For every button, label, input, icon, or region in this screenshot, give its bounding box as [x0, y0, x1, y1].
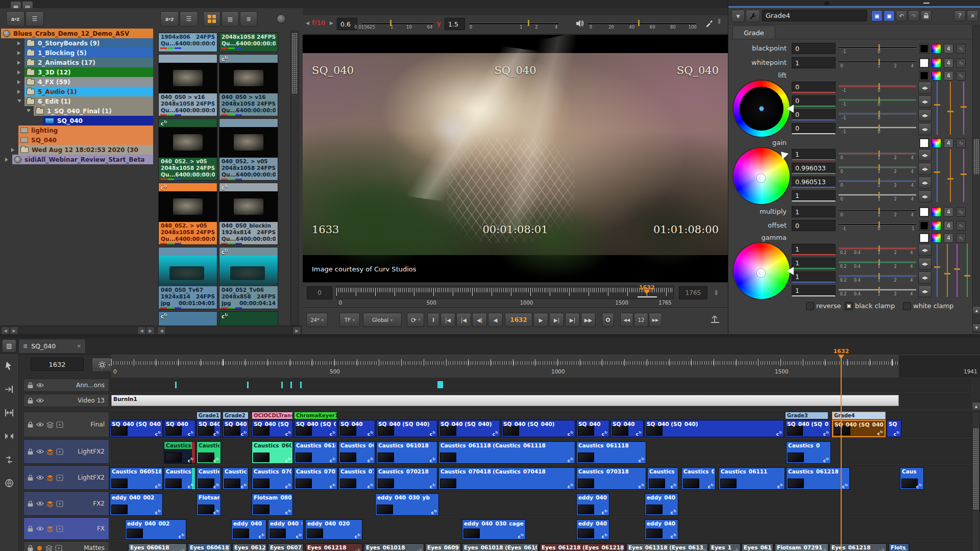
clip-final[interactable]: SQ_(c↻ [887, 420, 901, 437]
timecode-mode-dropdown[interactable]: TF▾ [339, 313, 360, 327]
clip-lightfx[interactable]: Caustics_061118 (Caustics_061118c↻ [438, 441, 575, 464]
clip-lightfx[interactable]: Caustics_070418c↻ [252, 467, 293, 490]
sort-alpha-button[interactable]: a▾z [160, 11, 179, 27]
fstop-prev-icon[interactable]: ◀ [306, 20, 309, 26]
channel-value-field[interactable]: 0 [792, 82, 836, 93]
tree-item[interactable]: 1_Blocking (5) [24, 48, 153, 58]
transport-fwd-button-3[interactable]: ▶▶ [581, 313, 596, 327]
clip-lightfx[interactable]: Caustics_07c↻ [338, 467, 375, 490]
clip-lightfx[interactable]: Caustics_070218c↻ [294, 467, 337, 490]
channel-value-field[interactable]: 0 [792, 123, 836, 134]
list-settings-button[interactable]: ☰ [26, 11, 44, 27]
stack-icon[interactable] [45, 545, 53, 551]
clip-lightfx[interactable]: Caustics_070218c↻ [376, 467, 437, 490]
clip-final[interactable]: SQ_040c↻ [576, 420, 609, 437]
color-swatch[interactable] [919, 207, 929, 217]
tree-caret-icon[interactable] [27, 109, 31, 112]
viewer-frame-ruler[interactable]: 05001000150017651632 [336, 286, 674, 299]
clip-mattes[interactable]: Eyes_0607c↻ [268, 543, 304, 551]
fps-dropdown[interactable]: 24*▾ [306, 313, 328, 327]
node-color-wrench-button[interactable] [746, 10, 760, 22]
mini-slider-handle[interactable] [964, 275, 970, 277]
annotation-tick[interactable] [175, 382, 177, 388]
soft-effect-ChromaKeyer1[interactable]: ChromaKeyer1 [294, 412, 337, 419]
channel-value-field[interactable]: 0.996033 [792, 163, 836, 174]
clip-mattes[interactable]: Eyes_0612c↻ [742, 543, 773, 551]
tree-item[interactable]: 0_StoryBoards (9) [24, 38, 153, 48]
fxbox-icon[interactable] [56, 500, 63, 507]
dot-orange-icon[interactable] [36, 545, 43, 551]
clip-fx2[interactable]: eddy_040_c↻ [645, 493, 678, 516]
color-wheel-gamma[interactable] [733, 243, 790, 299]
redo-icon[interactable]: ↷ [908, 10, 919, 21]
value-spinner[interactable]: ◀▶ [918, 95, 932, 108]
close-tab-icon[interactable]: ✕ [77, 343, 81, 349]
tree-caret-icon[interactable] [11, 148, 14, 152]
clip-mattes[interactable]: Flotsc↻ [889, 543, 909, 551]
clip-fx[interactable]: eddy_040_020c↻ [305, 519, 362, 540]
tree-caret-icon[interactable] [17, 61, 20, 65]
clip-lightfx[interactable]: Caustics_07c↻ [197, 467, 221, 490]
tree-item[interactable]: lighting [18, 126, 153, 135]
checkbox-white-clamp[interactable] [903, 302, 911, 310]
skip-back-button[interactable]: ◀◀ [620, 313, 633, 327]
scroll-left-icon[interactable]: ◀ [137, 327, 146, 335]
track-header-Annons[interactable]: Ann...ons [23, 379, 109, 392]
curve-editor-icon[interactable]: ∿ [956, 71, 966, 81]
eye-icon[interactable] [36, 382, 44, 388]
project-hscroll[interactable]: ◀ ▶ ◀ ▶ [0, 325, 156, 334]
clip-mattes[interactable]: Eyes_061218c↻ [829, 543, 887, 551]
flipbook-icon[interactable] [710, 314, 720, 324]
clip-lightfx[interactable]: Caustics_0c↻ [681, 467, 716, 490]
clip-lightfx[interactable]: Caustics_06c↻ [338, 441, 375, 464]
lock-icon[interactable] [27, 448, 34, 455]
clip-final[interactable]: SQ_040 (SQ_0c↻ [785, 420, 831, 437]
param-value-field[interactable]: 1 [792, 57, 836, 68]
tree-item[interactable]: SQ_040 [18, 135, 153, 145]
channel-value-field[interactable]: 1 [792, 258, 836, 269]
slider-handle[interactable] [638, 20, 640, 26]
thumbnail-size-knob[interactable] [277, 14, 286, 23]
parameter-slider[interactable]: 0124 [839, 177, 916, 188]
channel-value-field[interactable]: 0.960513 [792, 177, 836, 188]
tree-item[interactable]: 5_Audio (1) [24, 87, 153, 96]
clip-final[interactable]: SQ_040 (SQ_040)c↻ [376, 420, 437, 437]
channel-value-field[interactable]: 1 [792, 271, 836, 283]
playhead-marker[interactable] [838, 355, 844, 359]
stack-icon[interactable] [46, 421, 54, 428]
tree-item[interactable]: 3_3D (12) [24, 67, 153, 77]
tree-caret-icon[interactable] [17, 70, 20, 74]
parameter-slider[interactable]: 0.20.4124 [839, 285, 916, 296]
lock-icon[interactable] [27, 500, 34, 507]
bin-clip-card[interactable]: c↻040_052. > v052048x105824FPSQu...6400:… [158, 118, 217, 181]
eyedropper-icon[interactable] [705, 18, 714, 28]
annotation-marker[interactable] [437, 381, 443, 388]
value-spinner[interactable]: ◀▶ [918, 190, 932, 203]
clip-fx2[interactable]: Flotsam_08c↻ [197, 493, 221, 516]
mini-slider-handle[interactable] [947, 111, 953, 112]
channel-count-badge[interactable]: 4 [944, 233, 953, 243]
parameter-slider[interactable]: 0124 [839, 57, 916, 68]
track-header-Video13[interactable]: Video 13 [23, 394, 109, 407]
clip-mattes[interactable]: Eyes_061218 (Eyes_061218)c↻ [540, 543, 625, 551]
clip-mattes[interactable]: Eyes_061318 (Eyes_0613c↻ [626, 543, 708, 551]
scroll-right-icon[interactable]: ▶ [292, 327, 301, 335]
clip-final[interactable]: SQ_040c↻ [197, 420, 221, 437]
volume-slider[interactable]: 020406080100 [587, 18, 696, 29]
clip-lightfx[interactable]: Caustics_0c↻ [786, 441, 831, 464]
viewer-canvas[interactable]: SQ_040 SQ_040 SQ_040 1633 00:01:08:01 01… [303, 35, 728, 282]
clip-fx2[interactable]: eddy_040c↻ [576, 493, 609, 516]
channel-value-field[interactable]: 1 [792, 244, 836, 255]
parameter-slider[interactable]: 0.20.4124 [839, 271, 916, 283]
slip-tool[interactable] [3, 430, 16, 443]
tree-caret-icon[interactable] [17, 51, 20, 55]
clip-final[interactable]: SQ_040 (SQ_040)c↻ [501, 420, 575, 437]
clip-lightfx[interactable]: Caustics_061018c↻ [294, 441, 337, 464]
tree-item[interactable]: 4_FX (59) [24, 77, 153, 87]
track-header-LightFX2[interactable]: LightFX2 [23, 465, 109, 490]
properties-vscroll[interactable] [972, 26, 980, 333]
parameter-slider[interactable]: -10 [839, 82, 916, 93]
clip-mattes[interactable]: Eyes_0609c↻ [425, 543, 461, 551]
timeline-frame-field[interactable]: 1632 [31, 358, 84, 371]
eye-icon[interactable] [36, 448, 44, 455]
